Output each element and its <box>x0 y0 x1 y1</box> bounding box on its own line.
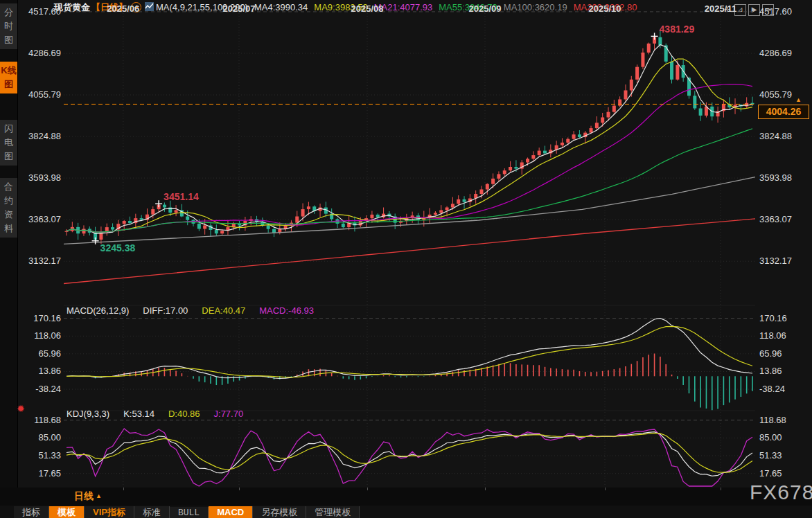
footer-tab-8[interactable]: 管理模板 <box>306 506 360 518</box>
price-annotation: 3451.14 <box>164 191 199 202</box>
footer-tab-1[interactable]: 指标 <box>14 506 49 518</box>
footer-tab-6[interactable]: MACD <box>209 506 253 518</box>
axis-tick <box>123 488 124 490</box>
axis-tick <box>485 488 486 490</box>
trading-app: 分时图K线图闪电图合约资料 现货黄金【日线】+MA(4,9,21,55,100,… <box>0 0 812 518</box>
month-label-2025/09: 2025/09 <box>457 3 513 14</box>
axis-tick <box>721 488 721 490</box>
macd-axis-label-right: 65.96 <box>759 348 782 359</box>
macd-axis-label-left: -38.24 <box>18 384 61 394</box>
kdj-axis-label-left: 51.33 <box>18 450 61 461</box>
price-axis-label-left: 3132.17 <box>18 256 61 266</box>
kdj-axis-label-right: 85.00 <box>759 432 782 443</box>
price-axis-label-left: 4055.79 <box>18 89 61 100</box>
triangle-up-icon: ▲ <box>96 492 102 499</box>
kdj-axis-label-right: 17.65 <box>759 468 782 479</box>
month-label-2025/07: 2025/07 <box>211 3 267 14</box>
time-axis: 日线▲ <box>0 488 812 506</box>
indicator-value: MACD:-46.93 <box>259 305 314 316</box>
kdj-params: KDJ(9,3,3) <box>67 409 109 419</box>
price-annotation: 3245.38 <box>100 242 136 253</box>
footer-tab-5[interactable]: BULL <box>170 507 209 518</box>
kdj-axis-label-right: 51.33 <box>759 450 782 461</box>
price-axis-label-right: 3363.07 <box>759 214 792 224</box>
macd-axis-label-left: 65.96 <box>18 348 61 359</box>
macd-params: MACD(26,12,9) <box>67 305 129 316</box>
kdj-axis-label-left: 17.65 <box>18 468 61 479</box>
price-axis-label-left: 3363.07 <box>18 214 61 224</box>
macd-axis-label-left: 118.06 <box>18 330 61 341</box>
indicator-value: DIFF:17.00 <box>143 305 188 316</box>
macd-axis-label-left: 170.16 <box>18 313 61 323</box>
footer-tab-2[interactable]: 模板 <box>49 506 85 518</box>
indicator-value: K:53.14 <box>123 409 155 419</box>
indicator-value: DEA:40.47 <box>202 305 245 316</box>
price-axis-label-left: 3824.88 <box>18 131 61 141</box>
month-label-2025/10: 2025/10 <box>577 3 633 14</box>
indicator-tab-bar: 指标模板VIP指标标准BULLMACD另存模板管理模板 <box>0 506 812 518</box>
price-axis-label-right: 3593.98 <box>759 172 792 183</box>
footer-tab-4[interactable]: 标准 <box>134 506 170 518</box>
kdj-axis-label-left: 85.00 <box>18 432 61 443</box>
footer-tab-3[interactable]: VIP指标 <box>85 506 134 518</box>
month-label-2025/11: 2025/11 <box>693 3 748 14</box>
price-axis-label-right: 3132.17 <box>759 256 792 266</box>
axis-tick <box>605 488 606 490</box>
alert-icon[interactable]: ✹ <box>17 403 25 414</box>
kdj-indicator-label[interactable]: KDJ(9,3,3)K:53.14D:40.86J:77.70 <box>67 409 257 419</box>
price-axis-label-right: 4286.69 <box>759 48 792 58</box>
macd-axis-label-right: 118.06 <box>759 330 786 341</box>
price-axis-label-left: 4286.69 <box>18 48 61 58</box>
month-label-2025/06: 2025/06 <box>96 3 151 14</box>
chart-canvas[interactable] <box>0 0 812 518</box>
watermark: FX678 <box>750 481 812 504</box>
kdj-axis-label-right: 118.68 <box>759 415 786 425</box>
price-axis-label-left: 4517.60 <box>18 6 61 17</box>
macd-indicator-label[interactable]: MACD(26,12,9)DIFF:17.00DEA:40.47MACD:-46… <box>67 305 328 316</box>
macd-axis-label-right: -38.24 <box>759 384 785 394</box>
indicator-value: J:77.70 <box>214 409 244 419</box>
footer-tab-7[interactable]: 另存模板 <box>253 506 306 518</box>
macd-axis-label-right: 170.16 <box>759 313 787 323</box>
indicator-value: D:40.86 <box>168 409 200 419</box>
macd-axis-label-right: 13.86 <box>759 366 782 376</box>
price-axis-label-left: 3593.98 <box>18 172 61 183</box>
price-axis-label-right: 4055.79 <box>759 89 792 100</box>
current-price-tag: 4004.26 <box>758 105 809 119</box>
interval-selector[interactable]: 日线▲ <box>74 490 102 503</box>
price-axis-label-right: 4517.60 <box>759 6 792 17</box>
kdj-axis-label-left: 118.68 <box>18 415 61 425</box>
axis-tick <box>239 488 240 490</box>
macd-axis-label-left: 13.86 <box>18 366 61 376</box>
axis-tick <box>367 488 368 490</box>
month-label-2025/08: 2025/08 <box>339 3 395 14</box>
price-annotation: 4381.29 <box>660 24 695 35</box>
price-arrow-icon: ▲ <box>795 96 802 103</box>
price-axis-label-right: 3824.88 <box>759 131 792 141</box>
